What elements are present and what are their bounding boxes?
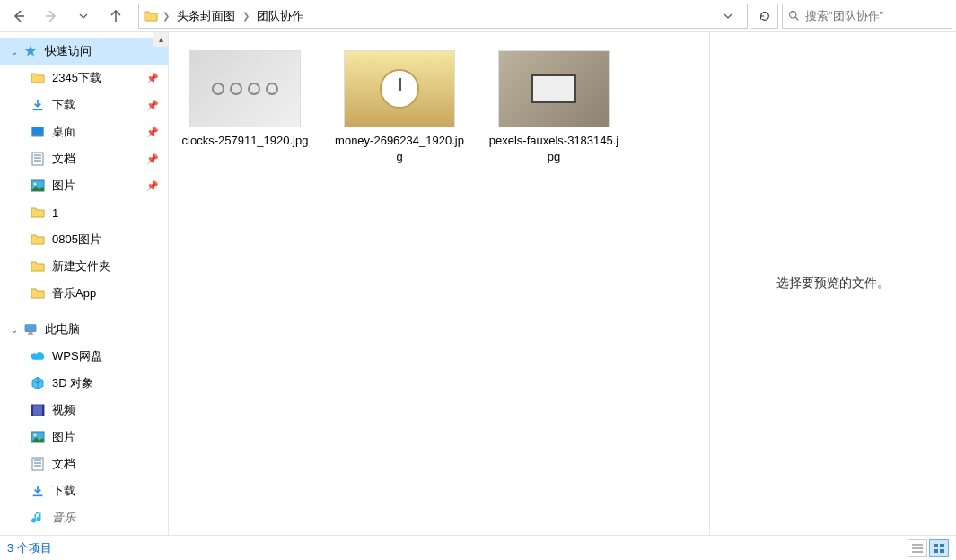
sidebar-item[interactable]: 图片📌	[0, 172, 168, 199]
star-icon	[22, 42, 39, 60]
sidebar-label: 0805图片	[52, 232, 101, 248]
video-icon	[29, 401, 47, 419]
main-area: ▴ ⌄ 快速访问 2345下载📌下载📌桌面📌文档📌图片📌10805图片新建文件夹…	[0, 32, 956, 535]
sidebar-item[interactable]: 新建文件夹	[0, 253, 168, 280]
sidebar-item[interactable]: 桌面📌	[0, 118, 168, 145]
svg-rect-7	[31, 135, 43, 136]
sidebar-label: 视频	[52, 402, 75, 418]
svg-rect-17	[31, 405, 44, 416]
sidebar-label: 下载	[52, 483, 75, 499]
pictures-icon	[29, 177, 47, 195]
document-icon	[29, 150, 47, 168]
up-button[interactable]	[108, 8, 124, 24]
sidebar-label: 文档	[52, 151, 75, 167]
pin-icon: 📌	[146, 100, 159, 111]
svg-point-13	[34, 183, 37, 186]
chevron-right-icon[interactable]: ❯	[239, 11, 253, 21]
folder-icon	[29, 258, 47, 276]
sidebar-item[interactable]: 下载	[0, 477, 168, 504]
pin-icon: 📌	[146, 127, 159, 138]
folder-icon	[29, 204, 47, 222]
forward-button[interactable]	[43, 8, 59, 24]
sidebar-label: 3D 对象	[52, 375, 93, 391]
sidebar-item[interactable]: 视频	[0, 397, 168, 424]
svg-rect-30	[934, 544, 938, 547]
file-name: pexels-fauxels-3183145.jpg	[483, 133, 625, 165]
sidebar-label: 文档	[52, 456, 75, 472]
search-box[interactable]	[782, 4, 952, 29]
svg-rect-31	[940, 544, 944, 547]
back-button[interactable]	[11, 8, 27, 24]
sidebar-item[interactable]: 文档📌	[0, 145, 168, 172]
sidebar-label: 图片	[52, 429, 75, 445]
preview-pane: 选择要预览的文件。	[709, 32, 956, 535]
status-item-count: 3 个项目	[7, 540, 52, 556]
desktop-icon	[29, 123, 47, 141]
breadcrumb-item[interactable]: 团队协作	[253, 6, 307, 26]
sidebar-item[interactable]: 下载📌	[0, 92, 168, 118]
refresh-button[interactable]	[751, 4, 778, 29]
sidebar-label: 桌面	[52, 124, 75, 140]
file-name: clocks-257911_1920.jpg	[177, 133, 314, 149]
scroll-up-button[interactable]: ▴	[153, 32, 168, 47]
topbar: ❯ 头条封面图 ❯ 团队协作	[0, 0, 956, 32]
status-bar: 3 个项目	[0, 535, 956, 560]
sidebar-item-this-pc[interactable]: ⌄ 此电脑	[0, 316, 168, 343]
address-dropdown-button[interactable]	[724, 12, 743, 21]
music-icon	[29, 509, 47, 527]
sidebar-label: 此电脑	[45, 321, 80, 337]
collapse-icon[interactable]: ⌄	[11, 47, 20, 57]
svg-rect-16	[28, 334, 34, 335]
folder-icon	[143, 8, 159, 24]
sidebar-item[interactable]: 3D 对象	[0, 370, 168, 397]
svg-rect-22	[32, 458, 43, 470]
sidebar-label: 2345下载	[52, 70, 101, 86]
download-icon	[29, 482, 47, 500]
sidebar-label: 快速访问	[45, 43, 92, 59]
download-icon	[29, 96, 47, 114]
sidebar-item[interactable]: 音乐	[0, 504, 168, 531]
pictures-icon	[29, 428, 47, 446]
sidebar-item[interactable]: 音乐App	[0, 280, 168, 307]
sidebar-label: 1	[52, 206, 58, 220]
folder-icon	[29, 284, 47, 302]
pc-icon	[22, 320, 39, 338]
cloud-icon	[29, 347, 47, 365]
breadcrumb-item[interactable]: 头条封面图	[173, 6, 239, 26]
svg-line-4	[795, 17, 798, 20]
sidebar-item[interactable]: 文档	[0, 451, 168, 477]
folder-icon	[29, 231, 47, 249]
sidebar-item-quick-access[interactable]: ⌄ 快速访问	[0, 38, 168, 65]
file-item[interactable]: money-2696234_1920.jpg	[329, 50, 470, 165]
sidebar-label: 下载	[52, 97, 75, 113]
sidebar-item[interactable]: 1	[0, 199, 168, 226]
preview-empty-text: 选择要预览的文件。	[776, 276, 890, 292]
file-name: money-2696234_1920.jpg	[329, 133, 470, 165]
chevron-right-icon[interactable]: ❯	[159, 11, 173, 21]
svg-rect-6	[31, 127, 43, 136]
sidebar-label: 新建文件夹	[52, 258, 110, 275]
sidebar-item[interactable]: WPS网盘	[0, 343, 168, 370]
sidebar-label: WPS网盘	[52, 348, 102, 364]
details-view-button[interactable]	[908, 539, 927, 557]
file-item[interactable]: pexels-fauxels-3183145.jpg	[483, 50, 625, 165]
sidebar-label: 图片	[52, 178, 75, 194]
svg-point-21	[34, 434, 37, 437]
svg-rect-15	[29, 332, 32, 333]
search-icon	[788, 10, 800, 22]
address-bar[interactable]: ❯ 头条封面图 ❯ 团队协作	[138, 4, 748, 29]
sidebar-item[interactable]: 2345下载📌	[0, 65, 168, 92]
file-item[interactable]: clocks-257911_1920.jpg	[174, 50, 316, 149]
collapse-icon[interactable]: ⌄	[11, 325, 20, 335]
svg-rect-19	[42, 405, 44, 416]
recent-locations-button[interactable]	[75, 8, 92, 24]
search-input[interactable]	[805, 9, 956, 22]
sidebar-item[interactable]: 图片	[0, 424, 168, 451]
sidebar-label: 音乐App	[52, 285, 96, 302]
file-list[interactable]: clocks-257911_1920.jpgmoney-2696234_1920…	[169, 32, 709, 535]
view-switcher	[908, 539, 949, 557]
thumbnails-view-button[interactable]	[929, 539, 949, 557]
content-area: clocks-257911_1920.jpgmoney-2696234_1920…	[169, 32, 956, 535]
sidebar-item[interactable]: 0805图片	[0, 226, 168, 253]
svg-rect-33	[940, 549, 944, 553]
